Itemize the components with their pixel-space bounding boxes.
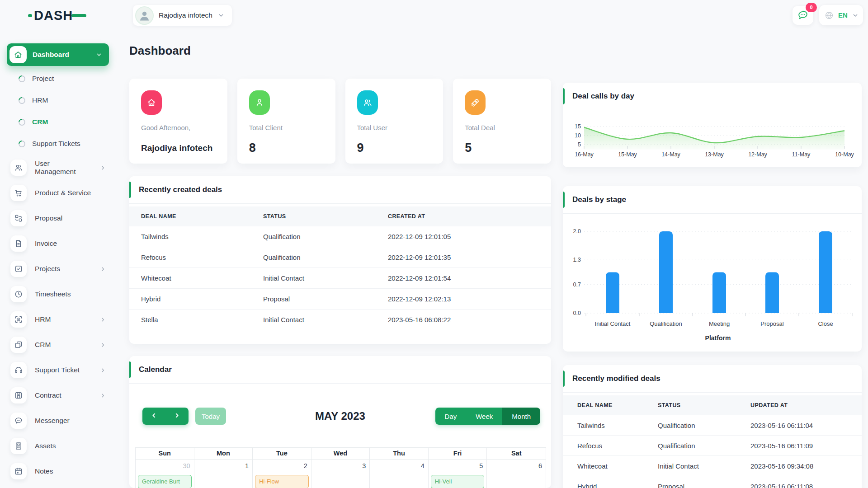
stat-label: Total Client: [249, 124, 283, 131]
sidebar-subitem-project[interactable]: Project: [7, 68, 109, 89]
sidebar-item-timesheets[interactable]: Timesheets: [7, 282, 109, 307]
chevron-right-icon: [99, 392, 106, 399]
weekday-header: Mon: [194, 448, 253, 460]
calendar-view-week[interactable]: Week: [466, 408, 502, 425]
column-header: DEAL NAME: [577, 402, 658, 408]
sidebar-item-support-ticket[interactable]: Support Ticket: [7, 357, 109, 383]
sidebar-subitem-support-tickets[interactable]: Support Tickets: [7, 133, 109, 155]
calendar-view-switcher: DayWeekMonth: [435, 408, 540, 425]
users-icon: [357, 90, 378, 115]
table-header-row: DEAL NAMESTATUSUPDATED AT: [563, 395, 862, 415]
deals-by-stage-card: Deals by stage 0.00.71.32.0Initial Conta…: [563, 186, 862, 352]
invoice-icon: [10, 235, 27, 252]
calendar-event[interactable]: Hi-Flow: [255, 475, 309, 488]
card-header: Recently created deals: [129, 176, 551, 204]
sidebar-item-dashboard[interactable]: Dashboard: [7, 43, 109, 66]
sidebar-item-invoice[interactable]: Invoice: [7, 231, 109, 256]
deal-calls-card: Deal calls by day 1510516-May15-May14-Ma…: [563, 83, 862, 167]
calendar-event[interactable]: Geraldine Burt: [138, 475, 192, 488]
table-cell: 2022-12-09 12:01:35: [388, 253, 551, 261]
stat-label: Total User: [357, 124, 388, 131]
table-cell: Qualification: [658, 422, 750, 429]
sidebar-item-projects[interactable]: Projects: [7, 256, 109, 282]
table-row: WhitecoatInitial Contact2023-05-16 09:34…: [563, 456, 862, 476]
weekday-header: Tue: [253, 448, 311, 460]
language-code: EN: [838, 11, 848, 19]
sidebar-item-crm[interactable]: CRM: [7, 332, 109, 357]
card-title: Deals by stage: [572, 195, 626, 204]
sidebar-item-label: CRM: [35, 341, 51, 349]
calendar-view-day[interactable]: Day: [435, 408, 467, 425]
calendar-day-cell[interactable]: 30Geraldine Burt: [136, 460, 194, 488]
user-icon: [249, 90, 270, 115]
users-icon: [10, 160, 27, 176]
sidebar-subitem-hrm[interactable]: HRM: [7, 89, 109, 111]
table-cell: Proposal: [658, 483, 750, 488]
sidebar-item-hrm[interactable]: HRM: [7, 307, 109, 332]
date-number: 30: [136, 460, 194, 471]
stat-value: Rajodiya infotech: [141, 143, 212, 153]
svg-text:14-May: 14-May: [661, 151, 680, 158]
transfer-icon: [10, 210, 27, 226]
page-title: Dashboard: [129, 44, 191, 58]
rocket-icon: [465, 90, 486, 115]
svg-text:Qualification: Qualification: [650, 320, 682, 327]
sidebar-item-notes[interactable]: Notes: [7, 459, 109, 484]
stat-value: 9: [357, 141, 364, 155]
ring-bullet-icon: [19, 141, 25, 147]
table-cell: Hybrid: [141, 295, 263, 303]
svg-text:10: 10: [575, 132, 581, 139]
calendar-day-cell[interactable]: 5Hi-Veil: [429, 460, 487, 488]
app-logo[interactable]: DASH: [28, 6, 88, 26]
sidebar-item-label: Projects: [35, 265, 60, 273]
table-row: RefocusQualification2022-12-09 12:01:35: [129, 247, 551, 268]
table-cell: Qualification: [263, 253, 388, 261]
contract-icon: [10, 387, 27, 404]
sidebar-sub-list: ProjectHRMCRMSupport Tickets: [7, 68, 109, 155]
table-cell: Qualification: [658, 442, 750, 450]
chevron-right-icon: [99, 367, 106, 374]
calendar-view-month[interactable]: Month: [502, 408, 540, 425]
calendar-day-cell[interactable]: 1: [194, 460, 253, 488]
date-number: 3: [311, 460, 370, 471]
svg-text:Platform: Platform: [705, 334, 731, 342]
sidebar-item-label: Support Ticket: [35, 366, 80, 374]
calendar-weekday-row: SunMonTueWedThuFriSat: [136, 448, 546, 460]
svg-text:5: 5: [578, 141, 581, 148]
table-cell: Whitecoat: [141, 274, 263, 282]
recently-created-card: Recently created deals DEAL NAMESTATUSCR…: [129, 176, 551, 344]
table-cell: Tailwinds: [141, 233, 263, 240]
messages-button[interactable]: 0: [793, 6, 813, 25]
avatar: [135, 6, 154, 25]
table-cell: Hybrid: [577, 483, 658, 488]
calendar-day-cell[interactable]: 4: [370, 460, 429, 488]
sidebar-subitem-crm[interactable]: CRM: [7, 111, 109, 133]
svg-text:0.0: 0.0: [573, 310, 581, 316]
sidebar-item-label: Invoice: [35, 239, 57, 248]
calendar-grid: SunMonTueWedThuFriSat 30Geraldine Burt12…: [135, 447, 546, 488]
table-cell: 2022-12-09 12:01:05: [388, 233, 551, 240]
calendar-day-cell[interactable]: 2Hi-Flow: [253, 460, 311, 488]
weekday-header: Fri: [429, 448, 487, 460]
sidebar-item-user-management[interactable]: User Management: [7, 155, 109, 180]
sidebar-item-product-service[interactable]: Product & Service: [7, 180, 109, 206]
sidebar-item-contract[interactable]: Contract: [7, 383, 109, 408]
sidebar-item-proposal[interactable]: Proposal: [7, 206, 109, 231]
calendar-day-cell[interactable]: 3: [311, 460, 370, 488]
svg-text:2.0: 2.0: [573, 228, 581, 235]
sidebar-item-assets[interactable]: Assets: [7, 433, 109, 459]
calendar-event[interactable]: Hi-Veil: [431, 475, 485, 488]
table-cell: Qualification: [263, 233, 388, 240]
sidebar-item-label: CRM: [32, 118, 48, 126]
sidebar: Dashboard ProjectHRMCRMSupport Tickets U…: [7, 43, 109, 484]
table-cell: Tailwinds: [577, 422, 658, 429]
calendar-day-cell[interactable]: 6: [487, 460, 546, 488]
sidebar-item-messenger[interactable]: Messenger: [7, 408, 109, 433]
company-selector[interactable]: Rajodiya infotech: [133, 5, 232, 26]
table-cell: 2023-05-16 09:34:08: [750, 462, 862, 470]
home-icon: [9, 46, 27, 63]
column-header: DEAL NAME: [141, 213, 263, 220]
svg-text:12-May: 12-May: [748, 151, 767, 158]
svg-text:Initial Contact: Initial Contact: [595, 320, 631, 327]
language-selector[interactable]: EN: [819, 5, 863, 25]
